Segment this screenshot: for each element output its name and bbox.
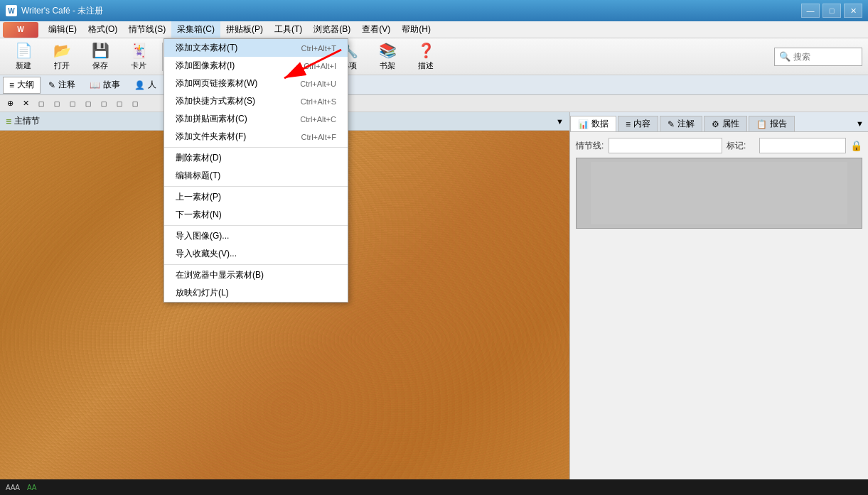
secondary-toolbar: ≡ 大纲 ✎ 注释 📖 故事 👤 人 (0, 75, 868, 95)
icon-btn-3[interactable]: □ (34, 97, 48, 111)
status-item-1: AAA (6, 484, 20, 491)
sep-2 (164, 186, 348, 187)
open-icon: 📂 (52, 42, 72, 59)
right-tab-note[interactable]: ✎ 注解 (660, 116, 702, 131)
data-tab-icon: 📊 (578, 119, 589, 129)
new-icon: 📄 (14, 42, 33, 59)
dropdown-next[interactable]: 下一素材(N) (164, 206, 348, 224)
right-tab-report[interactable]: 📋 报告 (749, 116, 795, 131)
preview-image (591, 162, 847, 224)
dropdown-add-link[interactable]: 添加网页链接素材(W) Ctrl+Alt+U (164, 75, 348, 92)
add-small-btn[interactable]: ⊕ (3, 97, 17, 111)
tab-outline[interactable]: ≡ 大纲 (3, 77, 41, 94)
tab-person[interactable]: 👤 人 (128, 77, 163, 94)
mark-label: 标记: (727, 140, 755, 152)
describe-button[interactable]: ❓ 描述 (408, 40, 444, 73)
window-title: Writer's Café - 未注册 (21, 5, 103, 17)
menu-edit[interactable]: 编辑(E) (43, 21, 82, 38)
storyline-label: 情节线: (576, 140, 604, 152)
sep-3 (164, 225, 348, 226)
image-preview (576, 158, 862, 229)
title-bar: W Writer's Café - 未注册 — □ ✕ (0, 0, 868, 21)
title-bar-left: W Writer's Café - 未注册 (6, 5, 103, 17)
app-logo: W (3, 22, 38, 38)
save-icon: 💾 (90, 42, 110, 59)
story-bar-icon: ≡ (6, 116, 11, 127)
sep-4 (164, 264, 348, 265)
lock-icon[interactable]: 🔒 (850, 140, 862, 151)
close-button[interactable]: ✕ (844, 4, 862, 18)
mark-input[interactable] (759, 138, 846, 153)
icon-btn-7[interactable]: □ (97, 97, 111, 111)
story-icon: 📖 (90, 80, 100, 90)
menu-tools[interactable]: 工具(T) (269, 21, 308, 38)
icon-btn-6[interactable]: □ (81, 97, 95, 111)
minimize-button[interactable]: — (801, 4, 820, 18)
toolbar-sep-1 (162, 43, 163, 71)
icon-btn-4[interactable]: □ (50, 97, 64, 111)
icon-btn-9[interactable]: □ (128, 97, 142, 111)
save-button[interactable]: 💾 保存 (82, 40, 118, 73)
dropdown-add-shortcut[interactable]: 添加快捷方式素材(S) Ctrl+Alt+S (164, 92, 348, 110)
menu-clipboard[interactable]: 拼贴板(P) (220, 21, 269, 38)
note-tab-icon: ✎ (668, 119, 675, 129)
dropdown-delete[interactable]: 删除素材(D) (164, 149, 348, 167)
person-icon: 👤 (134, 80, 145, 90)
main-content-area: ≡ 主情节 ▼ 📊 数据 ≡ 内容 ✎ 注解 ⚙ 属性 (0, 112, 868, 479)
describe-icon: ❓ (416, 42, 436, 59)
story-bar-label: 主情节 (14, 115, 40, 127)
right-tab-more[interactable]: ▼ (852, 116, 868, 131)
search-input[interactable] (793, 52, 857, 62)
note-icon: ✎ (48, 80, 55, 90)
menu-storyline[interactable]: 情节线(S) (123, 21, 171, 38)
menu-bar: W 编辑(E) 格式(O) 情节线(S) 采集箱(C) 拼贴板(P) 工具(T)… (0, 21, 868, 38)
search-icon: 🔍 (779, 51, 791, 62)
menu-browser[interactable]: 浏览器(B) (308, 21, 356, 38)
story-bar-dropdown[interactable]: ▼ (556, 117, 564, 126)
title-controls[interactable]: — □ ✕ (801, 4, 862, 18)
menu-view[interactable]: 查看(V) (356, 21, 396, 38)
del-small-btn[interactable]: ✕ (18, 97, 33, 111)
menu-help[interactable]: 帮助(H) (396, 21, 436, 38)
right-panel-content: 情节线: 标记: 🔒 (570, 132, 868, 479)
sep-1 (164, 147, 348, 148)
card-icon: 🃏 (129, 42, 149, 59)
dropdown-add-text[interactable]: 添加文本素材(T) Ctrl+Alt+T (164, 39, 348, 57)
shelf-button[interactable]: 📚 书架 (370, 40, 405, 73)
right-tab-property[interactable]: ⚙ 属性 (704, 116, 747, 131)
tab-story[interactable]: 📖 故事 (83, 77, 127, 94)
dropdown-prev[interactable]: 上一素材(P) (164, 188, 348, 206)
tab-note[interactable]: ✎ 注释 (42, 77, 82, 94)
report-tab-icon: 📋 (756, 119, 767, 129)
shelf-icon: 📚 (377, 42, 397, 59)
icon-btn-8[interactable]: □ (112, 97, 127, 111)
status-bar: AAA AA (0, 479, 868, 495)
card-button[interactable]: 🃏 卡片 (121, 40, 156, 73)
app-icon: W (6, 5, 17, 16)
collect-dropdown-menu: 添加文本素材(T) Ctrl+Alt+T 添加图像素材(I) Ctrl+Alt+… (164, 38, 348, 303)
dropdown-slideshow[interactable]: 放映幻灯片(L) (164, 284, 348, 302)
new-button[interactable]: 📄 新建 (6, 40, 41, 73)
maximize-button[interactable]: □ (823, 4, 841, 18)
outline-icon: ≡ (9, 80, 14, 90)
dropdown-import-collection[interactable]: 导入收藏夹(V)... (164, 245, 348, 263)
storyline-row: 情节线: 标记: 🔒 (576, 138, 862, 153)
dropdown-import-image[interactable]: 导入图像(G)... (164, 227, 348, 245)
menu-format[interactable]: 格式(O) (82, 21, 123, 38)
dropdown-add-paste[interactable]: 添加拼贴画素材(C) Ctrl+Alt+C (164, 110, 348, 128)
dropdown-add-folder[interactable]: 添加文件夹素材(F) Ctrl+Alt+F (164, 128, 348, 146)
dropdown-show-browser[interactable]: 在浏览器中显示素材(B) (164, 266, 348, 284)
main-toolbar: 📄 新建 📂 打开 💾 保存 🃏 卡片 🖨️ 打印 👁️ 预览 🏠 主页 💡 提… (0, 38, 868, 75)
right-panel-tabs: 📊 数据 ≡ 内容 ✎ 注解 ⚙ 属性 📋 报告 ▼ (570, 112, 868, 132)
dropdown-add-image[interactable]: 添加图像素材(I) Ctrl+Alt+I (164, 57, 348, 75)
open-button[interactable]: 📂 打开 (44, 40, 80, 73)
right-panel: 📊 数据 ≡ 内容 ✎ 注解 ⚙ 属性 📋 报告 ▼ (569, 112, 868, 479)
small-icons-row: ⊕ ✕ □ □ □ □ □ □ □ (0, 95, 868, 112)
storyline-input[interactable] (609, 138, 722, 153)
icon-btn-5[interactable]: □ (65, 97, 80, 111)
right-tab-data[interactable]: 📊 数据 (570, 116, 616, 131)
menu-collect[interactable]: 采集箱(C) (171, 21, 220, 38)
right-tab-content[interactable]: ≡ 内容 (618, 116, 658, 131)
search-box[interactable]: 🔍 (774, 48, 862, 66)
dropdown-edit-title[interactable]: 编辑标题(T) (164, 167, 348, 185)
